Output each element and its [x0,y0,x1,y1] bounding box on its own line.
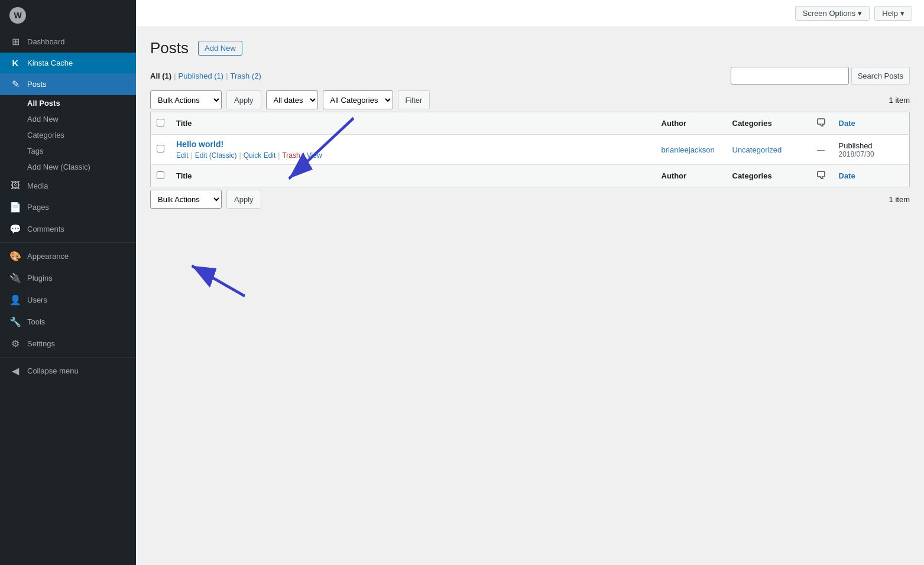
sidebar-item-users[interactable]: 👤 Users [0,289,136,311]
plugins-icon: 🔌 [9,272,21,284]
sidebar-item-comments[interactable]: 💬 Comments [0,218,136,240]
author-link[interactable]: brianleejackson [662,145,715,154]
sidebar-item-label: Dashboard [27,37,65,46]
sidebar-item-label: Users [27,296,47,304]
posts-icon: ✎ [9,79,21,90]
select-all-checkbox[interactable] [157,119,164,126]
sidebar-item-pages[interactable]: 📄 Pages [0,196,136,218]
apply-button-bottom[interactable]: Apply [226,190,261,209]
media-icon: 🖼 [9,180,21,191]
sidebar-item-appearance[interactable]: 🎨 Appearance [0,245,136,267]
screen-options-button[interactable]: Screen Options ▾ [795,6,870,21]
sidebar-divider [0,242,136,243]
filter-all[interactable]: All (1) [150,72,171,80]
main-area: Screen Options ▾ Help ▾ Posts Add New Al… [136,0,924,565]
sidebar-item-tools[interactable]: 🔧 Tools [0,311,136,333]
tools-icon: 🔧 [9,316,21,327]
sidebar-item-posts[interactable]: ✎ Posts [0,73,136,95]
sidebar-item-label: Comments [27,225,64,233]
col-header-checkbox [151,112,171,135]
select-all-checkbox-bottom[interactable] [157,171,164,179]
submenu-all-posts[interactable]: All Posts [0,95,136,111]
submenu-add-new-classic[interactable]: Add New (Classic) [0,159,136,175]
table-row: Hello world! Edit | Edit (Classic) | Qui… [151,135,910,165]
sidebar-item-label: Plugins [27,274,53,282]
apply-button-top[interactable]: Apply [226,90,261,109]
help-button[interactable]: Help ▾ [874,6,912,21]
screen-options-chevron-icon: ▾ [858,9,862,18]
row-checkbox[interactable] [157,145,164,152]
sidebar-item-label: Appearance [27,252,69,261]
sidebar-item-dashboard[interactable]: ⊞ Dashboard [0,31,136,53]
submenu-categories[interactable]: Categories [0,127,136,143]
submenu-add-new[interactable]: Add New [0,111,136,127]
trash-link[interactable]: Trash [282,151,300,160]
row-date-cell: Published 2018/07/30 [833,135,910,165]
col-footer-title[interactable]: Title [170,165,656,187]
categories-select[interactable]: All Categories [323,90,393,109]
help-chevron-icon: ▾ [900,9,904,18]
item-count-top: 1 item [889,96,910,105]
comments-footer-icon: 🗨 [816,170,826,181]
col-footer-date[interactable]: Date [833,165,910,187]
bulk-actions-select-bottom[interactable]: Bulk Actions Move to Trash [150,190,222,209]
filter-top-bar: All (1) | Published (1) | Trash (2) Sear… [150,67,910,85]
search-box: Search Posts [731,67,910,85]
settings-icon: ⚙ [9,338,21,349]
date-status: Published [839,141,904,150]
sidebar-item-label: Pages [27,203,49,212]
comments-value: — [817,145,825,154]
sidebar-item-settings[interactable]: ⚙ Settings [0,333,136,355]
bulk-actions-select-top[interactable]: Bulk Actions Move to Trash [150,90,222,109]
col-header-date[interactable]: Date [833,112,910,135]
submenu-tags[interactable]: Tags [0,143,136,159]
posts-submenu: All Posts Add New Categories Tags Add Ne… [0,95,136,175]
sidebar-item-collapse[interactable]: ◀ Collapse menu [0,360,136,382]
filter-published[interactable]: Published (1) [179,72,224,80]
search-posts-button[interactable]: Search Posts [851,67,910,85]
sidebar-item-label: Tools [27,317,45,326]
sidebar-item-label: Collapse menu [27,366,79,375]
col-footer-checkbox [151,165,171,187]
edit-link[interactable]: Edit [176,151,189,160]
col-footer-author: Author [656,165,727,187]
col-header-comments: 🗨 [809,112,833,135]
col-header-author: Author [656,112,727,135]
pages-icon: 📄 [9,202,21,213]
sidebar-item-label: Kinsta Cache [27,59,73,67]
collapse-icon: ◀ [9,365,21,376]
appearance-icon: 🎨 [9,251,21,262]
action-bar-top: Bulk Actions Move to Trash Apply All dat… [150,90,910,109]
col-header-title[interactable]: Title [170,112,656,135]
content-wrapper: Posts Add New All (1) | Published (1) | … [136,27,924,565]
filter-trash[interactable]: Trash (2) [231,72,261,80]
add-new-button[interactable]: Add New [198,41,242,56]
filter-links: All (1) | Published (1) | Trash (2) [150,72,261,80]
page-title: Posts [150,39,189,57]
quick-edit-link[interactable]: Quick Edit [244,151,276,160]
wordpress-logo-icon: W [9,7,26,24]
sidebar-item-label: Posts [27,80,47,89]
row-categories-cell: Uncategorized [727,135,809,165]
sidebar-item-plugins[interactable]: 🔌 Plugins [0,267,136,289]
sidebar-item-label: Media [27,181,48,190]
sidebar-item-label: Settings [27,339,55,348]
action-bar-bottom: Bulk Actions Move to Trash Apply 1 item [150,190,910,209]
dashboard-icon: ⊞ [9,36,21,47]
kinsta-icon: K [9,58,21,68]
search-input[interactable] [731,67,849,85]
view-link[interactable]: View [307,151,322,160]
dates-select[interactable]: All dates [266,90,318,109]
post-title-link[interactable]: Hello world! [176,139,223,149]
item-count-bottom: 1 item [889,195,910,204]
post-actions: Edit | Edit (Classic) | Quick Edit | Tra… [176,151,650,160]
sidebar-item-kinsta-cache[interactable]: K Kinsta Cache [0,53,136,73]
sidebar-divider-2 [0,357,136,358]
edit-classic-link[interactable]: Edit (Classic) [195,151,237,160]
page-heading: Posts Add New [150,39,910,57]
col-footer-categories: Categories [727,165,809,187]
category-link[interactable]: Uncategorized [732,145,782,154]
filter-button[interactable]: Filter [398,90,430,109]
row-author-cell: brianleejackson [656,135,727,165]
sidebar-item-media[interactable]: 🖼 Media [0,175,136,196]
